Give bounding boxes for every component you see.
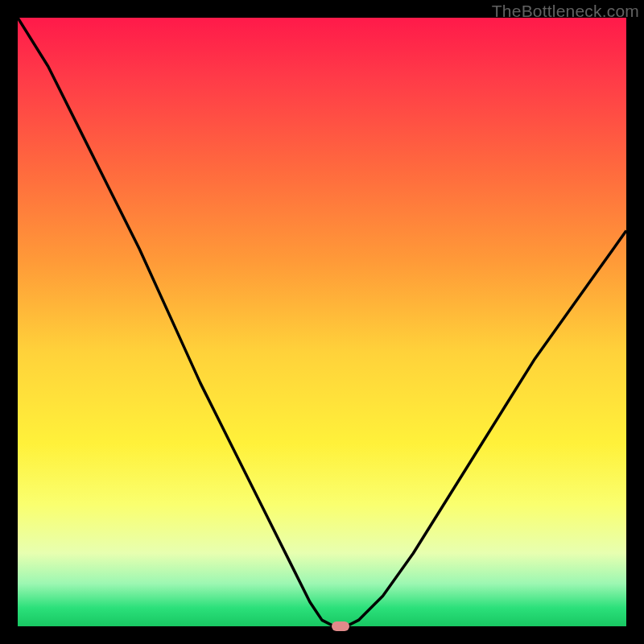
plot-area — [18, 18, 626, 626]
curve-path — [18, 18, 626, 626]
minimum-marker — [332, 621, 349, 631]
bottleneck-curve — [18, 18, 626, 626]
chart-frame: TheBottleneck.com — [0, 0, 644, 644]
watermark-label: TheBottleneck.com — [492, 2, 639, 21]
